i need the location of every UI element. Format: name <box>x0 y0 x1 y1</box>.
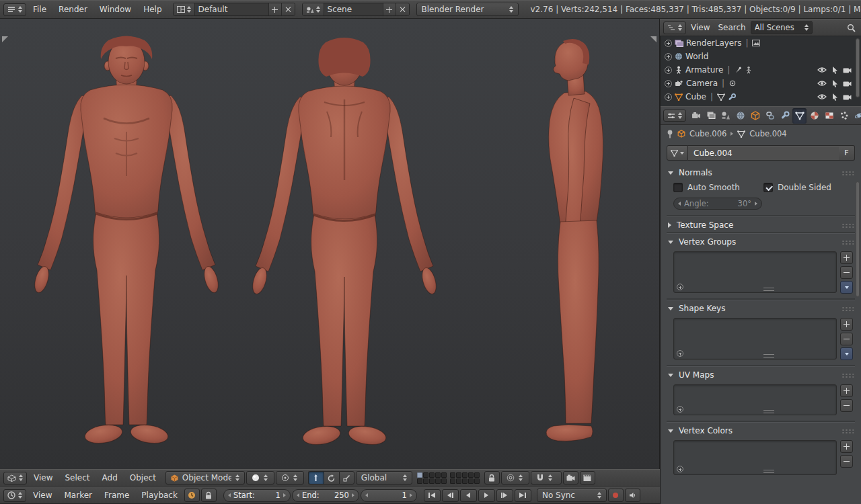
tab-object[interactable] <box>748 108 762 124</box>
shape-keys-list[interactable] <box>673 318 837 360</box>
panel-vertex-groups-header[interactable]: Vertex Groups <box>667 234 855 250</box>
outliner-item-cube[interactable]: Cube | <box>661 90 861 103</box>
menu-file[interactable]: File <box>28 3 52 15</box>
proportional-edit-dropdown[interactable] <box>501 471 529 485</box>
list-resize-grip[interactable] <box>763 288 774 291</box>
tab-modifiers[interactable] <box>778 108 792 124</box>
datablock-browse-button[interactable] <box>667 145 688 161</box>
tab-scene[interactable] <box>718 108 733 124</box>
menu-select[interactable]: Select <box>59 472 95 484</box>
record-button[interactable] <box>608 489 624 502</box>
eye-icon[interactable] <box>817 67 827 73</box>
renderable-camera-icon[interactable] <box>843 81 852 87</box>
vertex-colors-list[interactable] <box>673 440 837 475</box>
scene-name[interactable]: Scene <box>324 3 383 15</box>
region-corner-widget-left[interactable] <box>2 36 8 42</box>
tab-world[interactable] <box>733 108 747 124</box>
outliner-item-renderlayers[interactable]: RenderLayers | <box>661 36 861 50</box>
screen-layout-browse-button[interactable] <box>174 3 195 15</box>
selectable-cursor-icon[interactable] <box>831 79 838 87</box>
outliner-scrollbar[interactable] <box>856 38 860 97</box>
vertex-group-specials-button[interactable] <box>840 281 853 294</box>
panel-normals-header[interactable]: Normals <box>667 165 855 181</box>
expand-icon[interactable] <box>665 53 672 60</box>
panel-drag-grip[interactable] <box>841 223 854 228</box>
panel-drag-grip[interactable] <box>841 429 854 433</box>
remove-vertex-color-button[interactable] <box>840 455 853 468</box>
transform-orientation-dropdown[interactable]: Global <box>356 471 412 485</box>
search-button[interactable] <box>845 24 858 32</box>
datablock-name-field[interactable]: Cube.004 <box>688 145 839 161</box>
decrement-arrow-icon[interactable] <box>678 202 681 206</box>
add-screen-layout-button[interactable] <box>269 3 282 15</box>
menu-marker[interactable]: Marker <box>59 489 97 501</box>
panel-texture-space-header[interactable]: Texture Space <box>667 217 855 233</box>
editor-type-selector[interactable] <box>3 3 26 16</box>
shading-dropdown[interactable] <box>246 471 274 485</box>
shape-key-specials-button[interactable] <box>840 347 853 360</box>
pivot-point-dropdown[interactable] <box>276 471 304 485</box>
remove-vertex-group-button[interactable] <box>840 266 853 279</box>
menu-window[interactable]: Window <box>94 3 137 15</box>
rotate-manipulator-button[interactable] <box>324 471 339 485</box>
panel-drag-grip[interactable] <box>841 171 854 175</box>
tab-texture[interactable] <box>822 108 836 124</box>
delete-scene-button[interactable] <box>396 3 409 15</box>
next-keyframe-button[interactable] <box>496 489 513 502</box>
audio-sync-button[interactable] <box>625 489 640 502</box>
layers-group-1[interactable] <box>417 472 447 484</box>
menu-help[interactable]: Help <box>138 3 167 15</box>
list-filter-icon[interactable] <box>677 284 683 290</box>
opengl-render-anim-button[interactable] <box>580 471 595 485</box>
auto-smooth-checkbox[interactable]: Auto Smooth <box>673 183 763 192</box>
breadcrumb-data-name[interactable]: Cube.004 <box>749 129 786 138</box>
remove-uv-map-button[interactable] <box>840 399 853 412</box>
outliner-item-camera[interactable]: Camera | <box>661 77 861 90</box>
menu-view[interactable]: View <box>687 22 713 34</box>
tab-render-layers[interactable] <box>704 108 718 124</box>
editor-type-selector[interactable] <box>663 110 686 122</box>
tab-material[interactable] <box>807 108 821 124</box>
panel-shape-keys-header[interactable]: Shape Keys <box>667 300 855 317</box>
selectable-cursor-icon[interactable] <box>831 93 838 101</box>
render-engine-dropdown[interactable]: Blender Render <box>416 3 519 16</box>
panel-vertex-colors-header[interactable]: Vertex Colors <box>667 423 855 439</box>
vertex-groups-list[interactable] <box>673 251 837 293</box>
lock-time-button[interactable] <box>201 489 217 502</box>
renderable-camera-icon[interactable] <box>843 67 852 73</box>
menu-search[interactable]: Search <box>714 22 749 34</box>
double-sided-checkbox[interactable]: Double Sided <box>763 183 854 192</box>
tab-object-data[interactable] <box>792 108 807 124</box>
expand-icon[interactable] <box>665 40 672 47</box>
mode-dropdown[interactable]: Object Mode <box>165 471 245 485</box>
translate-manipulator-button[interactable] <box>308 471 324 485</box>
tab-render[interactable] <box>689 108 703 124</box>
add-vertex-color-button[interactable] <box>840 440 853 453</box>
eye-icon[interactable] <box>817 80 827 87</box>
list-resize-grip[interactable] <box>763 354 774 358</box>
jump-to-end-button[interactable] <box>515 489 531 502</box>
prev-keyframe-button[interactable] <box>442 489 459 502</box>
tab-physics[interactable] <box>852 108 861 124</box>
panel-uv-maps-header[interactable]: UV Maps <box>667 367 855 383</box>
list-resize-grip[interactable] <box>763 470 774 473</box>
snap-dropdown[interactable] <box>531 471 562 485</box>
increment-arrow-icon[interactable] <box>755 202 757 206</box>
menu-add[interactable]: Add <box>97 472 123 484</box>
uv-maps-list[interactable] <box>673 384 837 415</box>
region-corner-widget-right[interactable] <box>650 36 657 42</box>
breadcrumb-object-name[interactable]: Cube.006 <box>689 129 726 138</box>
panel-drag-grip[interactable] <box>841 373 854 378</box>
screen-layout-name[interactable]: Default <box>195 3 269 15</box>
menu-view[interactable]: View <box>28 489 57 501</box>
add-scene-button[interactable] <box>383 3 396 15</box>
play-reverse-button[interactable] <box>460 489 477 502</box>
list-filter-icon[interactable] <box>677 350 683 357</box>
outliner-item-armature[interactable]: Armature | <box>661 63 861 77</box>
sync-dropdown[interactable]: No Sync <box>537 489 607 502</box>
scene-browse-button[interactable] <box>303 3 324 15</box>
start-frame-field[interactable]: Start: 1 <box>223 489 291 502</box>
selectable-cursor-icon[interactable] <box>831 66 838 74</box>
menu-render[interactable]: Render <box>53 3 93 15</box>
current-frame-field[interactable]: 1 <box>361 489 417 502</box>
